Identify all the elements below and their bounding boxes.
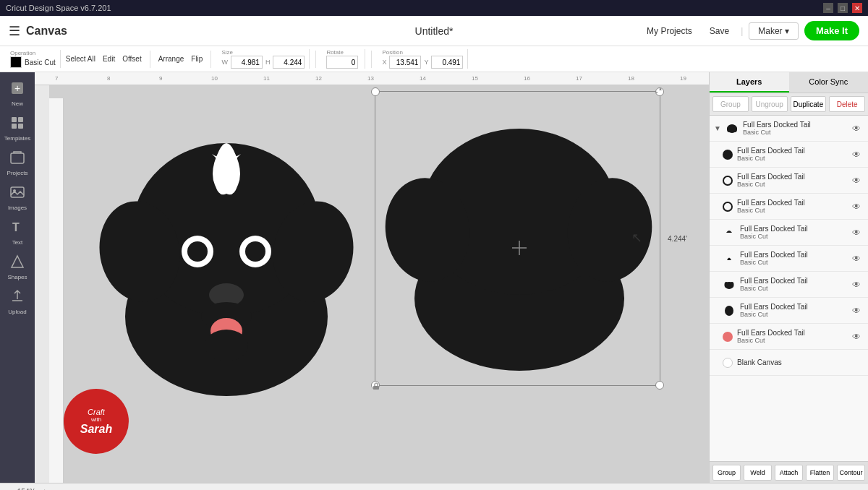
layer-sub: Basic Cut <box>740 233 848 240</box>
handle-tl[interactable] <box>371 87 380 96</box>
save-button[interactable]: Save <box>704 23 735 39</box>
visibility-icon[interactable]: 👁 <box>852 332 864 342</box>
layer-sub: Basic Cut <box>740 285 848 292</box>
layer-item[interactable]: Full Ears Docked Tail Basic Cut 👁 <box>710 194 868 220</box>
layer-item[interactable]: Full Ears Docked Tail Basic Cut 👁 <box>710 246 868 272</box>
layer-color-dot <box>723 332 733 342</box>
position-group: Position X 13.541 Y 0.491 <box>378 49 468 69</box>
svg-rect-30 <box>373 386 379 390</box>
layer-thumbnail <box>723 252 736 265</box>
templates-icon <box>10 116 25 134</box>
group-bottom-button[interactable]: Group <box>712 465 741 481</box>
close-button[interactable]: ✕ <box>852 3 862 13</box>
minimize-button[interactable]: – <box>823 3 833 13</box>
hamburger-icon[interactable]: ☰ <box>9 23 20 39</box>
expand-icon[interactable]: ▼ <box>714 124 721 132</box>
visibility-icon[interactable]: 👁 <box>852 176 864 186</box>
height-input[interactable]: 4.244 <box>273 56 305 69</box>
handle-bl[interactable] <box>371 381 380 390</box>
layer-sub: Basic Cut <box>737 337 848 344</box>
canvas-content[interactable]: 4.981' 4.244' ↖ Craft with Sarah <box>49 85 709 483</box>
right-panel: Layers Color Sync Group Ungroup Duplicat… <box>709 72 868 483</box>
svg-text:+: + <box>14 82 20 94</box>
layer-color-dot <box>723 150 733 160</box>
visibility-icon[interactable]: 👁 <box>852 228 864 238</box>
layer-item[interactable]: ▼ Full Ears Docked Tail Basic Cut 👁 <box>710 116 868 142</box>
visibility-icon[interactable]: 👁 <box>852 202 864 212</box>
maximize-button[interactable]: □ <box>838 3 848 13</box>
layer-item[interactable]: Full Ears Docked Tail Basic Cut 👁 <box>710 220 868 246</box>
ungroup-button[interactable]: Ungroup <box>752 96 788 112</box>
rotate-input[interactable]: 0 <box>326 56 358 69</box>
templates-button[interactable]: Templates <box>3 113 32 145</box>
app-title-text: Cricut Design Space v6.7.201 <box>6 4 111 12</box>
offset-button[interactable]: Offset <box>120 54 144 64</box>
layer-item[interactable]: Full Ears Docked Tail Basic Cut 👁 <box>710 324 868 350</box>
layer-item[interactable]: Blank Canvas <box>710 350 868 376</box>
layer-thumbnail <box>723 226 736 239</box>
height-label: H <box>265 59 271 66</box>
tab-layers[interactable]: Layers <box>710 72 789 93</box>
right-panel-actions: Group Ungroup Duplicate Delete <box>710 93 868 116</box>
svg-marker-29 <box>659 88 662 90</box>
width-input[interactable]: 4.981 <box>231 56 263 69</box>
size-group: Size W 4.981 H 4.244 <box>217 49 310 69</box>
maker-button[interactable]: Maker ▾ <box>749 22 799 40</box>
visibility-icon[interactable]: 👁 <box>852 254 864 264</box>
y-label: Y <box>424 59 428 66</box>
select-all-button[interactable]: Select All <box>64 54 98 64</box>
zoom-out-button[interactable]: – <box>6 486 12 491</box>
projects-button[interactable]: Projects <box>3 147 32 179</box>
shapes-label: Shapes <box>7 274 27 280</box>
layer-item[interactable]: Full Ears Docked Tail Basic Cut 👁 <box>710 298 868 324</box>
upload-icon <box>10 289 25 307</box>
images-label: Images <box>8 205 27 211</box>
edit-button[interactable]: Edit <box>101 54 117 64</box>
layer-item[interactable]: Full Ears Docked Tail Basic Cut 👁 <box>710 272 868 298</box>
visibility-icon[interactable]: 👁 <box>852 124 864 134</box>
layer-name: Full Ears Docked Tail <box>740 251 848 259</box>
layer-item[interactable]: Full Ears Docked Tail Basic Cut 👁 <box>710 142 868 168</box>
x-input[interactable]: 13.541 <box>389 56 421 69</box>
svg-point-36 <box>731 282 734 288</box>
layer-name: Full Ears Docked Tail <box>737 147 848 155</box>
new-button[interactable]: + New <box>3 78 32 110</box>
layer-item[interactable]: Full Ears Docked Tail Basic Cut 👁 <box>710 168 868 194</box>
flatten-button[interactable]: Flatten <box>806 465 834 481</box>
canvas-area[interactable]: 7 8 9 10 11 12 13 14 15 16 17 18 19 20 <box>35 72 709 483</box>
make-it-button[interactable]: Make It <box>804 21 859 40</box>
status-bar: – 154% + <box>0 483 868 490</box>
handle-br[interactable] <box>655 381 664 390</box>
contour-button[interactable]: Contour <box>837 465 865 481</box>
arrange-button[interactable]: Arrange <box>156 54 187 64</box>
projects-label: Projects <box>7 170 28 176</box>
position-label: Position <box>382 49 402 56</box>
layer-sub: Basic Cut <box>737 181 848 188</box>
zoom-in-button[interactable]: + <box>41 486 47 491</box>
tab-color-sync[interactable]: Color Sync <box>789 72 869 93</box>
text-button[interactable]: T Text <box>3 217 32 249</box>
shapes-button[interactable]: Shapes <box>3 252 32 283</box>
ruler-left <box>49 98 64 483</box>
weld-button[interactable]: Weld <box>744 465 772 481</box>
layers-list: ▼ Full Ears Docked Tail Basic Cut 👁 Full… <box>710 116 868 461</box>
flip-button[interactable]: Flip <box>189 54 205 64</box>
layer-sub: Basic Cut <box>740 311 848 318</box>
attach-button[interactable]: Attach <box>775 465 803 481</box>
images-button[interactable]: Images <box>3 182 32 214</box>
svg-rect-6 <box>11 153 24 163</box>
visibility-icon[interactable]: 👁 <box>852 280 864 290</box>
y-input[interactable]: 0.491 <box>431 56 463 69</box>
group-button[interactable]: Group <box>712 96 749 112</box>
upload-button[interactable]: Upload <box>3 286 32 318</box>
selection-box[interactable]: 4.981' 4.244' <box>375 91 660 386</box>
main-area: + New Templates Projects Images T <box>0 72 868 483</box>
delete-button[interactable]: Delete <box>829 96 865 112</box>
duplicate-button[interactable]: Duplicate <box>791 96 827 112</box>
visibility-icon[interactable]: 👁 <box>852 306 864 316</box>
visibility-icon[interactable]: 👁 <box>852 150 864 160</box>
handle-tr[interactable] <box>655 87 664 96</box>
svg-rect-2 <box>12 117 17 122</box>
with-text: with <box>91 416 101 423</box>
my-projects-button[interactable]: My Projects <box>641 23 698 39</box>
